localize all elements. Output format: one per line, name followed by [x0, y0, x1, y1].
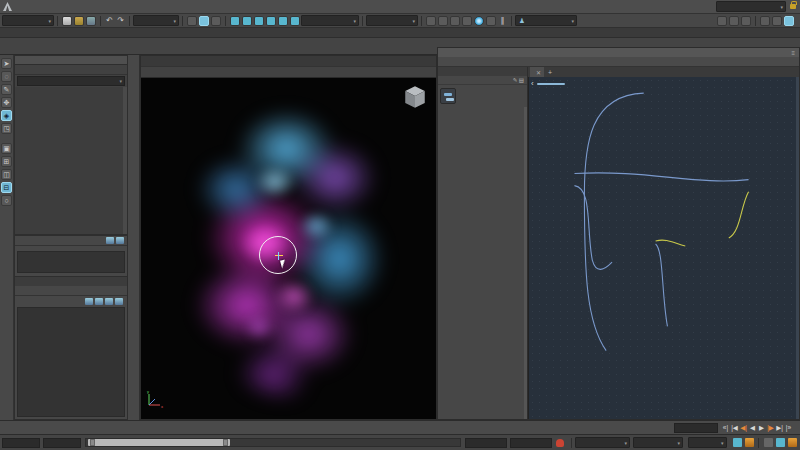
- channel-anim-icon[interactable]: [106, 237, 114, 244]
- animation-start-field[interactable]: [2, 438, 40, 448]
- snap-curve-icon[interactable]: [242, 16, 252, 26]
- layout-custom-icon[interactable]: ⊟: [1, 182, 12, 193]
- step-back-key-button[interactable]: |◀: [730, 424, 739, 432]
- redo-icon[interactable]: ↷: [115, 16, 126, 25]
- pause-icon[interactable]: ∥: [497, 16, 508, 25]
- scale-tool-icon[interactable]: ◳: [1, 123, 12, 134]
- channel-key-icon[interactable]: [116, 237, 124, 244]
- snap-view-plane-icon[interactable]: [278, 16, 288, 26]
- range-end-handle[interactable]: [223, 439, 228, 446]
- range-slider-selection[interactable]: [88, 439, 230, 446]
- move-layer-up-icon[interactable]: [105, 298, 113, 305]
- animation-end-field[interactable]: [510, 438, 552, 448]
- step-forward-key-button[interactable]: ▶|: [775, 424, 784, 432]
- time-slider[interactable]: «| |◀ ◀| ◀ ▶ |▶ ▶| |»: [0, 420, 800, 434]
- breadcrumb-item[interactable]: [537, 83, 565, 85]
- user-account-dropdown[interactable]: ♟: [515, 15, 577, 26]
- character-set-dropdown[interactable]: [575, 437, 630, 448]
- undo-icon[interactable]: ↶: [104, 16, 115, 25]
- select-tool-icon[interactable]: ➤: [1, 58, 12, 69]
- bifrost-title-bar[interactable]: ≡: [438, 48, 799, 57]
- snap-point-icon[interactable]: [254, 16, 264, 26]
- playback-end-field[interactable]: [465, 438, 507, 448]
- breadcrumb-back-icon[interactable]: ‹: [531, 79, 534, 88]
- graph-editor-toggle-icon[interactable]: [741, 16, 751, 26]
- workspace-lock-icon[interactable]: [790, 4, 796, 9]
- paint-effects-icon[interactable]: [486, 16, 496, 26]
- preferences-icon[interactable]: [788, 438, 797, 447]
- select-object-icon[interactable]: [199, 16, 209, 26]
- outliner-search-input[interactable]: [17, 76, 125, 86]
- playback-start-field[interactable]: [43, 438, 81, 448]
- layer-editor: [15, 276, 127, 419]
- add-tab-icon[interactable]: +: [548, 69, 552, 76]
- panel-menu-icon[interactable]: ≡: [791, 50, 795, 56]
- close-tab-icon[interactable]: ✕: [536, 69, 541, 76]
- viewport-canvas[interactable]: yx: [141, 78, 436, 419]
- paint-select-tool-icon[interactable]: ✎: [1, 84, 12, 95]
- workspace-dropdown[interactable]: [716, 1, 786, 12]
- outliner-toggle-icon[interactable]: [729, 16, 739, 26]
- pin-icon[interactable]: ✎ ▤: [513, 77, 524, 83]
- anim-layer-dropdown[interactable]: [633, 437, 683, 448]
- move-layer-down-icon[interactable]: [115, 298, 123, 305]
- set-key-icon[interactable]: [556, 439, 564, 447]
- lasso-tool-icon[interactable]: ◌: [1, 71, 12, 82]
- render-sequence-icon[interactable]: [474, 16, 484, 26]
- channel-box-panel: [14, 235, 128, 420]
- range-slider-track[interactable]: [85, 438, 461, 447]
- snap-projected-center-icon[interactable]: [266, 16, 276, 26]
- select-hierarchy-icon[interactable]: [187, 16, 197, 26]
- zoom-tool-icon[interactable]: ○: [1, 195, 12, 206]
- attribute-editor-toggle-icon[interactable]: [760, 16, 770, 26]
- snap-grid-icon[interactable]: [230, 16, 240, 26]
- save-scene-icon[interactable]: [86, 16, 96, 26]
- go-to-end-button[interactable]: |»: [784, 424, 793, 431]
- playback-sync-icon[interactable]: [733, 438, 742, 447]
- tool-settings-toggle-icon[interactable]: [772, 16, 782, 26]
- render-settings-icon[interactable]: [462, 16, 472, 26]
- symmetry-dropdown[interactable]: [366, 15, 418, 26]
- render-current-frame-icon[interactable]: [438, 16, 448, 26]
- render-open-scene-icon[interactable]: [426, 16, 436, 26]
- view-cube[interactable]: [402, 84, 428, 110]
- make-live-icon[interactable]: [290, 16, 300, 26]
- current-frame-field[interactable]: [674, 423, 718, 433]
- menuset-dropdown[interactable]: [2, 15, 54, 26]
- step-back-frame-button[interactable]: ◀|: [739, 424, 748, 432]
- channel-box-toggle-icon[interactable]: [784, 16, 794, 26]
- new-scene-icon[interactable]: [62, 16, 72, 26]
- parameter-node-header: [438, 85, 527, 107]
- move-tool-icon[interactable]: ✥: [1, 97, 12, 108]
- playback-controls: «| |◀ ◀| ◀ ▶ |▶ ▶| |»: [721, 421, 800, 434]
- range-start-handle[interactable]: [90, 439, 95, 446]
- step-forward-frame-button[interactable]: |▶: [766, 424, 775, 432]
- anim-snap-icon[interactable]: [776, 438, 785, 447]
- timeline-ticks[interactable]: [0, 421, 668, 434]
- graph-tab-ink-simshape[interactable]: ✕: [530, 67, 544, 77]
- go-to-start-button[interactable]: «|: [721, 424, 730, 431]
- outliner-tab[interactable]: [15, 56, 127, 65]
- mute-audio-icon[interactable]: [764, 438, 773, 447]
- viewport-layout-icon[interactable]: [717, 16, 727, 26]
- ipr-render-icon[interactable]: [450, 16, 460, 26]
- layout-four-pane-icon[interactable]: ⊞: [1, 156, 12, 167]
- new-layer-selected-icon[interactable]: [95, 298, 103, 305]
- parameter-sections: [438, 107, 527, 419]
- play-forward-button[interactable]: ▶: [757, 424, 766, 432]
- new-layer-icon[interactable]: [85, 298, 93, 305]
- performance-profiler-icon[interactable]: [745, 438, 754, 447]
- fps-dropdown[interactable]: [688, 437, 727, 448]
- sidebar-vertical-tabs: [128, 55, 140, 420]
- svg-text:y: y: [147, 389, 149, 394]
- play-backwards-button[interactable]: ◀: [748, 424, 757, 432]
- graph-canvas[interactable]: ‹: [528, 77, 799, 419]
- layout-split-pane-icon[interactable]: ◫: [1, 169, 12, 180]
- manipulator-icon[interactable]: [275, 252, 283, 260]
- select-component-icon[interactable]: [211, 16, 221, 26]
- layout-single-pane-icon[interactable]: ▣: [1, 143, 12, 154]
- selection-mask-dropdown[interactable]: [133, 15, 179, 26]
- open-scene-icon[interactable]: [74, 16, 84, 26]
- live-surface-field[interactable]: [301, 15, 359, 26]
- rotate-tool-icon[interactable]: ◈: [1, 110, 12, 121]
